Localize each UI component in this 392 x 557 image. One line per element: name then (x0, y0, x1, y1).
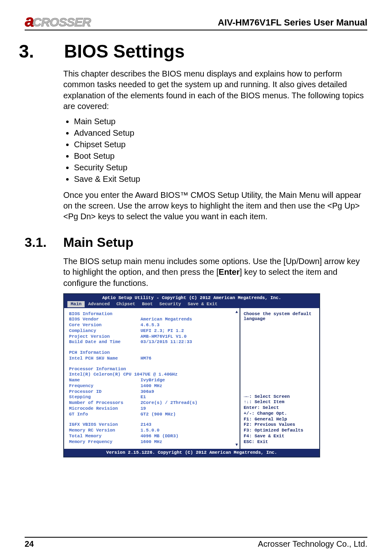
bios-field-value: 19 (141, 406, 237, 412)
bios-help-line: +/-: Change Opt. (244, 411, 317, 417)
bios-field-value: 4096 MB (DDR3) (141, 434, 237, 439)
list-item: Security Setup (74, 163, 367, 172)
manual-title: AIV-HM76V1FL Series User Manual (218, 17, 367, 28)
bios-tab-chipset[interactable]: Chipset (113, 301, 138, 307)
bios-cpu-line: Intel(R) Celeron(R) CPU 1047UE @ 1.40GHz (69, 372, 178, 378)
list-item: Advanced Setup (74, 128, 367, 138)
bios-help-panel: Choose the system default language →←: S… (240, 308, 319, 449)
bios-field-label: IGFX VBIOS Version (69, 422, 141, 428)
bios-help-line: ESC: Exit (244, 439, 317, 445)
subchapter-number: 3.1. (25, 235, 63, 250)
bios-version-bar: Version 2.15.1226. Copyright (C) 2012 Am… (64, 449, 319, 457)
bios-field-label: Intel PCH SKU Name (69, 356, 141, 362)
list-item: Chipset Setup (74, 140, 367, 149)
bios-field-value: E1 (141, 395, 237, 400)
bios-field-label: Build Date and Time (69, 339, 141, 345)
list-item: Boot Setup (74, 151, 367, 161)
logo-gray-text: CROSSER (32, 16, 90, 28)
bios-field-label: Core Version (69, 323, 141, 328)
bios-help-line: ↑↓: Select Item (244, 399, 317, 405)
bios-field-label: Frequency (69, 383, 141, 389)
bios-tab-security[interactable]: Security (156, 301, 184, 307)
chapter-number: 3. (19, 41, 64, 62)
bios-field-label: GT Info (69, 412, 141, 418)
bios-field-value: IvyBridge (141, 378, 237, 383)
bios-section-header: PCH Information (69, 350, 141, 356)
brand-logo: a CROSSER (25, 12, 91, 29)
scroll-up-icon[interactable]: ▲ (235, 310, 238, 314)
bios-field-label: Memory RC Version (69, 428, 141, 434)
chapter-title: BIOS Settings (64, 41, 184, 62)
footer-company: Acrosser Technology Co., Ltd. (258, 539, 367, 549)
intro-paragraph-2: Once you enter the Award BIOS™ CMOS Setu… (63, 190, 367, 222)
bios-tab-bar: Main Advanced Chipset Boot Security Save… (64, 301, 319, 308)
bios-field-label: Number of Processors (69, 400, 141, 406)
bios-field-label: Project Version (69, 334, 141, 340)
bios-help-line: F1: General Help (244, 417, 317, 422)
subchapter-title: Main Setup (63, 235, 134, 250)
bios-section-header: BIOS Information (69, 311, 141, 317)
logo-red-letter: a (25, 12, 33, 29)
page-number: 24 (25, 539, 34, 549)
sub-paragraph: The BIOS setup main menu includes some o… (63, 256, 367, 288)
bios-field-value: 2143 (141, 422, 237, 428)
bios-main-panel: ▲ BIOS Information BIOS VendorAmerican M… (64, 308, 240, 449)
bios-field-label: Microcode Revision (69, 406, 141, 412)
bios-tab-main[interactable]: Main (67, 301, 85, 307)
bios-section-header: Processor Information (69, 367, 141, 372)
bios-field-label: BIOS Vendor (69, 317, 141, 323)
bios-field-label: Processor ID (69, 389, 141, 395)
bios-help-line: Enter: Select (244, 405, 317, 411)
bios-field-value: 4.6.5.3 (141, 323, 237, 328)
bios-field-value: American Megatrends (141, 317, 237, 323)
bios-tab-advanced[interactable]: Advanced (85, 301, 113, 307)
enter-key-bold: Enter (219, 267, 240, 276)
bios-field-label: Memory Frequency (69, 439, 141, 445)
list-item: Main Setup (74, 117, 367, 126)
bios-field-label: Name (69, 378, 141, 383)
bios-field-label: Compliancy (69, 328, 141, 334)
bios-field-value: HM76 (141, 356, 237, 362)
bios-field-value: 1400 MHz (141, 383, 237, 389)
bios-utility-title: Aptio Setup Utility - Copyright (C) 2012… (64, 295, 319, 301)
intro-paragraph: This chapter describes the BIOS menu dis… (63, 68, 367, 112)
bios-field-value: UEFI 2.3; PI 1.2 (141, 328, 237, 334)
bios-help-text: Choose the system default language (244, 311, 317, 321)
bios-screenshot: Aptio Setup Utility - Copyright (C) 2012… (63, 293, 320, 457)
bios-field-value: 306a9 (141, 389, 237, 395)
bios-help-line: F4: Save & Exit (244, 434, 317, 439)
bios-field-value: 1.5.0.0 (141, 428, 237, 434)
bios-tab-boot[interactable]: Boot (138, 301, 156, 307)
bios-field-value: 1600 MHz (141, 439, 237, 445)
bios-field-value: 2Core(s) / 2Thread(s) (141, 400, 237, 406)
bios-help-line: F3: Optimized Defaults (244, 428, 317, 434)
bios-field-value: AMB-HM76V1FL V1.0 (141, 334, 237, 340)
list-item: Save & Exit Setup (74, 174, 367, 184)
bios-field-value: GT2 (900 MHz) (141, 412, 237, 418)
scroll-down-icon[interactable]: ▼ (235, 443, 238, 447)
bios-tab-saveexit[interactable]: Save & Exit (184, 301, 221, 307)
bios-help-line: F2: Previous Values (244, 422, 317, 428)
bios-field-label: Stepping (69, 395, 141, 400)
bios-help-line: →←: Select Screen (244, 394, 317, 400)
bios-field-value: 03/13/2015 11:22:33 (141, 339, 237, 345)
bios-field-label: Total Memory (69, 434, 141, 439)
